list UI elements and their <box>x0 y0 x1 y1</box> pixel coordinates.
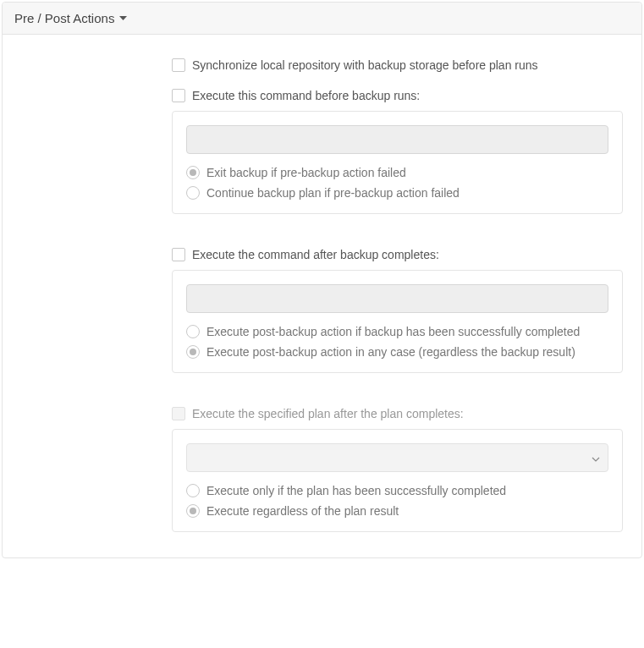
sync-repo-row: Synchronize local repository with backup… <box>172 58 623 72</box>
post-radio-any-label: Execute post-backup action in any case (… <box>206 345 575 359</box>
post-radio-success[interactable] <box>186 325 200 338</box>
post-command-checkbox[interactable] <box>172 248 185 261</box>
pre-radio-continue[interactable] <box>186 186 200 200</box>
post-radio-any[interactable] <box>186 345 200 359</box>
chain-radio-any-label: Execute regardless of the plan result <box>206 504 399 518</box>
post-command-row: Execute the command after backup complet… <box>172 248 623 261</box>
post-radio-success-row: Execute post-backup action if backup has… <box>186 325 608 338</box>
pre-post-actions-panel: Pre / Post Actions Synchronize local rep… <box>2 2 642 558</box>
pre-command-label[interactable]: Execute this command before backup runs: <box>192 89 420 102</box>
post-radio-any-row: Execute post-backup action in any case (… <box>186 345 608 359</box>
panel-title: Pre / Post Actions <box>14 11 114 25</box>
caret-down-icon <box>119 16 127 20</box>
chain-plan-row: Execute the specified plan after the pla… <box>172 407 623 420</box>
sync-repo-checkbox[interactable] <box>172 58 185 72</box>
pre-command-input[interactable] <box>186 125 608 154</box>
pre-command-row: Execute this command before backup runs: <box>172 89 623 102</box>
post-command-input[interactable] <box>186 284 608 313</box>
pre-radio-continue-row: Continue backup plan if pre-backup actio… <box>186 186 608 200</box>
post-command-panel: Execute post-backup action if backup has… <box>172 270 623 373</box>
chain-radio-any-row: Execute regardless of the plan result <box>186 504 608 518</box>
pre-radio-continue-label: Continue backup plan if pre-backup actio… <box>206 186 460 200</box>
pre-command-checkbox[interactable] <box>172 89 185 102</box>
post-command-label[interactable]: Execute the command after backup complet… <box>192 248 439 261</box>
chain-plan-select[interactable] <box>186 443 608 472</box>
pre-radio-exit-label: Exit backup if pre-backup action failed <box>206 166 406 179</box>
panel-header[interactable]: Pre / Post Actions <box>3 3 641 35</box>
pre-radio-exit[interactable] <box>186 166 200 179</box>
chain-plan-select-wrap <box>186 443 608 472</box>
pre-radio-exit-row: Exit backup if pre-backup action failed <box>186 166 608 179</box>
sync-repo-label[interactable]: Synchronize local repository with backup… <box>192 58 538 72</box>
chain-radio-success-row: Execute only if the plan has been succes… <box>186 484 608 497</box>
chain-plan-label: Execute the specified plan after the pla… <box>192 407 464 420</box>
pre-command-panel: Exit backup if pre-backup action failed … <box>172 111 623 214</box>
chain-plan-checkbox <box>172 407 185 420</box>
post-radio-success-label: Execute post-backup action if backup has… <box>206 325 580 338</box>
chain-radio-success-label: Execute only if the plan has been succes… <box>206 484 506 497</box>
chain-radio-success[interactable] <box>186 484 200 497</box>
chain-radio-any[interactable] <box>186 504 200 518</box>
panel-body: Synchronize local repository with backup… <box>3 35 641 557</box>
chain-plan-panel: Execute only if the plan has been succes… <box>172 429 623 532</box>
